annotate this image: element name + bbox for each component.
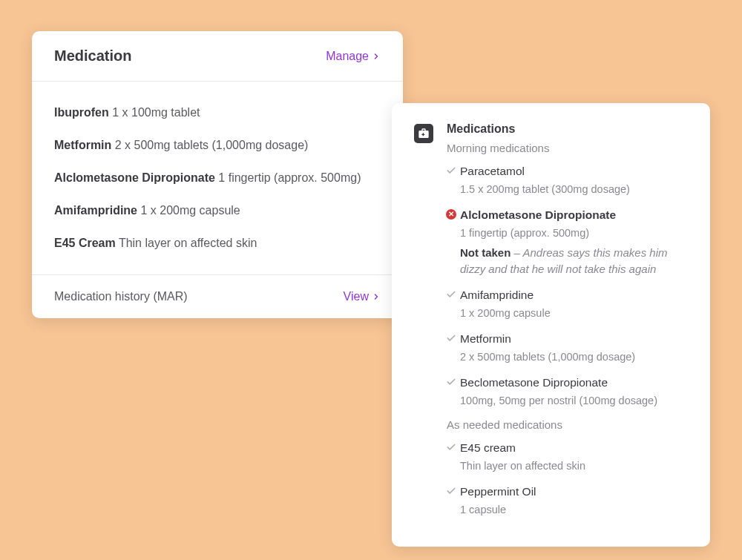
- medication-name: Alclometasone Dipropionate: [54, 171, 215, 184]
- card-footer: Medication history (MAR) View: [32, 274, 403, 318]
- card-title: Medication: [54, 47, 131, 65]
- medication-name: Peppermint Oil: [460, 484, 688, 500]
- card-title: Medications: [447, 122, 688, 136]
- medication-dose: 1 x 200mg capsule: [137, 204, 240, 217]
- medication-name: E45 cream: [460, 440, 688, 456]
- medication-dose: 1 x 100mg tablet: [109, 106, 200, 119]
- medication-row: Peppermint Oil1 capsule: [447, 484, 688, 517]
- view-label: View: [344, 290, 369, 303]
- section-label-asneeded: As needed medications: [447, 418, 688, 431]
- error-icon: ✕: [445, 208, 457, 220]
- not-taken-label: Not taken: [460, 246, 510, 259]
- medication-name: Beclometasone Dipropionate: [460, 375, 688, 391]
- note-separator: –: [510, 246, 522, 259]
- footer-label: Medication history (MAR): [54, 290, 188, 303]
- section-label-morning: Morning medications: [447, 142, 688, 154]
- medication-dose: Thin layer on affected skin: [116, 237, 257, 249]
- manage-label: Manage: [326, 50, 369, 63]
- medication-dose: 100mg, 50mg per nostril (100mg dosage): [460, 393, 688, 408]
- check-icon: [445, 332, 457, 344]
- medication-name: Metformin: [54, 139, 111, 151]
- medication-dose: 2 x 500mg tablets (1,000mg dosage): [111, 139, 308, 151]
- medication-item: Ibuprofen 1 x 100mg tablet: [54, 96, 381, 129]
- medication-item: Amifampridine 1 x 200mg capsule: [54, 194, 381, 227]
- check-icon: [445, 441, 457, 453]
- asneeded-medications-list: E45 creamThin layer on affected skinPepp…: [447, 440, 688, 517]
- medication-dose: Thin layer on affected skin: [460, 458, 688, 473]
- medication-name: Amifampridine: [460, 287, 688, 303]
- check-icon: [445, 485, 457, 497]
- check-icon: [445, 165, 457, 177]
- check-icon: [445, 289, 457, 300]
- medication-name: Alclometasone Dipropionate: [460, 207, 688, 223]
- medication-row: Amifampridine1 x 200mg capsule: [447, 287, 688, 320]
- medication-row: Metformin2 x 500mg tablets (1,000mg dosa…: [447, 331, 688, 364]
- medication-dose: 1 x 200mg capsule: [460, 306, 688, 320]
- medication-dose: 1 fingertip (approx. 500mg): [460, 225, 688, 240]
- medication-name: Amifampridine: [54, 204, 137, 217]
- medication-dose: 2 x 500mg tablets (1,000mg dosage): [460, 349, 688, 364]
- medication-dose: 1 fingertip (approx. 500mg): [215, 171, 361, 184]
- medkit-icon: [414, 124, 433, 143]
- chevron-right-icon: [372, 292, 381, 301]
- medication-dose: 1 capsule: [460, 502, 688, 517]
- medication-item: E45 Cream Thin layer on affected skin: [54, 227, 381, 260]
- medication-dose: 1.5 x 200mg tablet (300mg dosage): [460, 182, 688, 197]
- medication-row: E45 creamThin layer on affected skin: [447, 440, 688, 473]
- medication-row: ✕Alclometasone Dipropionate1 fingertip (…: [447, 207, 688, 277]
- medications-detail-card: Medications Morning medications Paraceta…: [392, 103, 710, 547]
- medication-name: Paracetamol: [460, 163, 688, 179]
- medication-row: Paracetamol1.5 x 200mg tablet (300mg dos…: [447, 163, 688, 197]
- medication-list: Ibuprofen 1 x 100mg tabletMetformin 2 x …: [32, 82, 403, 274]
- medication-item: Alclometasone Dipropionate 1 fingertip (…: [54, 162, 381, 194]
- chevron-right-icon: [372, 52, 381, 61]
- card-header: Medication Manage: [32, 31, 403, 82]
- morning-medications-list: Paracetamol1.5 x 200mg tablet (300mg dos…: [447, 163, 688, 408]
- medication-item: Metformin 2 x 500mg tablets (1,000mg dos…: [54, 129, 381, 162]
- medication-name: E45 Cream: [54, 237, 116, 249]
- medication-name: Ibuprofen: [54, 106, 109, 119]
- not-taken-note: Not taken – Andreas says this makes him …: [460, 245, 688, 277]
- medication-row: Beclometasone Dipropionate100mg, 50mg pe…: [447, 375, 688, 408]
- view-link[interactable]: View: [344, 290, 381, 303]
- medication-card: Medication Manage Ibuprofen 1 x 100mg ta…: [32, 31, 403, 318]
- check-icon: [445, 376, 457, 388]
- medication-name: Metformin: [460, 331, 688, 347]
- manage-link[interactable]: Manage: [326, 50, 381, 63]
